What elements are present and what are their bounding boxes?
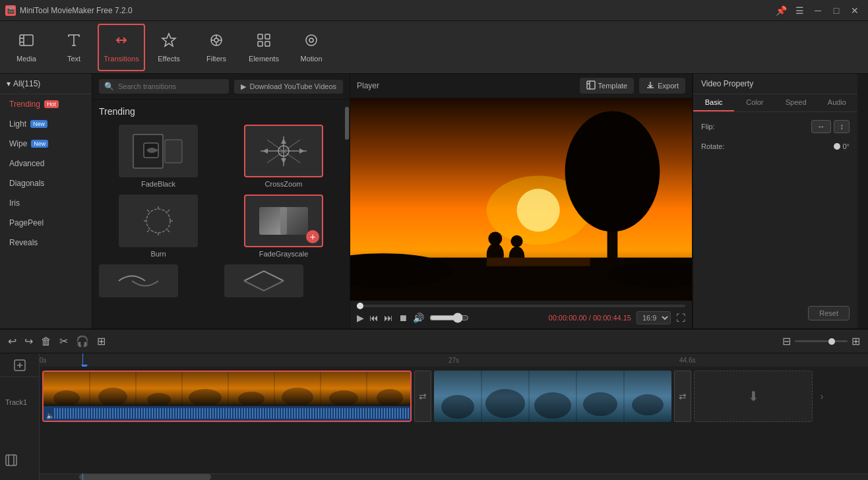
toolbar-filters[interactable]: Filters [193, 24, 240, 71]
crosszoom-icon [257, 133, 310, 169]
toolbar-transitions[interactable]: Transitions [98, 24, 145, 71]
play-button[interactable]: ▶ [357, 313, 364, 323]
transition-burn[interactable]: Burn [99, 195, 218, 258]
volume-button[interactable]: 🔊 [413, 313, 424, 323]
timeline-scrollbar[interactable] [40, 473, 868, 480]
left-panel: ▾ All(115) Trending Hot Light New Wipe N… [0, 74, 92, 328]
reset-button[interactable]: Reset [808, 306, 850, 320]
video-preview [350, 98, 692, 301]
svg-marker-23 [281, 158, 286, 164]
zoom-track[interactable] [795, 340, 848, 342]
cut-button[interactable]: ✂ [59, 335, 68, 347]
fadeblack-icon [132, 133, 185, 169]
right-arrow: › [815, 391, 828, 402]
crosszoom-thumb[interactable] [244, 125, 323, 177]
delete-button[interactable]: 🗑 [41, 336, 51, 347]
crop-button[interactable]: ⊞ [97, 335, 106, 347]
pin-button[interactable]: 📌 [773, 3, 789, 18]
tab-color[interactable]: Color [734, 94, 775, 111]
search-input[interactable] [118, 82, 224, 90]
toolbar-effects[interactable]: Effects [145, 24, 193, 71]
template-button[interactable]: Template [580, 78, 635, 94]
export-button[interactable]: Export [639, 78, 685, 94]
sidebar-item-wipe[interactable]: Wipe New [0, 134, 92, 154]
video-clip-2[interactable] [434, 371, 671, 422]
toolbar-text[interactable]: Text [50, 24, 98, 71]
tab-audio[interactable]: Audio [817, 94, 857, 111]
flip-vertical-button[interactable]: ↕ [834, 120, 850, 133]
volume-slider[interactable] [429, 313, 469, 323]
toolbar-elements[interactable]: Elements [240, 24, 288, 71]
sidebar-item-trending[interactable]: Trending Hot [0, 94, 92, 114]
burn-thumb[interactable] [119, 195, 198, 247]
plus-button[interactable]: + [306, 230, 319, 243]
zoom-out-button[interactable]: ⊟ [782, 335, 791, 347]
section-title: Trending [99, 106, 343, 117]
transitions-bottom-row [99, 264, 343, 297]
video-clip-1[interactable]: 🔈 [42, 371, 412, 422]
sidebar-item-advanced[interactable]: Advanced [0, 154, 92, 173]
sidebar-item-reveals[interactable]: Reveals [0, 233, 92, 253]
svg-point-83 [485, 389, 525, 418]
export-label: Export [658, 82, 679, 90]
download-button[interactable]: ▶ Download YouTube Videos [234, 80, 344, 94]
transition-1[interactable]: ⇄ [414, 371, 431, 422]
sidebar-item-pagepeel[interactable]: PagePeel [0, 213, 92, 233]
progress-thumb[interactable] [357, 303, 363, 309]
vertical-scrollbar[interactable] [344, 100, 350, 328]
burn-label: Burn [150, 250, 166, 258]
maximize-button[interactable]: □ [828, 3, 844, 18]
minimize-button[interactable]: ─ [810, 3, 826, 18]
transition-crosszoom[interactable]: CrossZoom [224, 125, 343, 188]
transition-partial-1[interactable] [99, 264, 178, 297]
motion-icon [303, 32, 319, 52]
sidebar-item-iris[interactable]: Iris [0, 193, 92, 213]
menu-button[interactable]: ☰ [791, 3, 807, 18]
audio-button[interactable]: 🎧 [76, 335, 89, 347]
audio-wave [54, 408, 410, 419]
svg-rect-9 [265, 34, 270, 39]
track1-label: Track1 [0, 377, 39, 427]
fadeblack-thumb[interactable] [119, 125, 198, 177]
flip-horizontal-button[interactable]: ↔ [811, 120, 831, 133]
transition-fadegrayscale[interactable]: + FadeGrayscale [224, 195, 343, 258]
tab-speed[interactable]: Speed [776, 94, 817, 111]
search-box[interactable]: 🔍 [99, 79, 229, 94]
fadegrayscale-thumb[interactable]: + [244, 195, 323, 247]
tab-basic[interactable]: Basic [693, 94, 734, 111]
current-time: 00:00:00.00 [549, 314, 587, 322]
transition-fadeblack[interactable]: FadeBlack [99, 125, 218, 188]
player-buttons: Template Export [580, 78, 685, 94]
fullscreen-button[interactable]: ⛶ [676, 313, 685, 323]
svg-rect-11 [265, 42, 270, 46]
sidebar-item-diagonals[interactable]: Diagonals [0, 173, 92, 193]
sidebar-item-light[interactable]: Light New [0, 114, 92, 134]
aspect-ratio-select[interactable]: 16:9 4:3 1:1 [636, 311, 671, 324]
pagepeel-label: PagePeel [9, 218, 44, 227]
add-media-button[interactable] [0, 353, 39, 377]
svg-line-33 [168, 210, 170, 212]
youtube-icon: ▶ [241, 82, 246, 91]
svg-point-26 [146, 209, 170, 233]
transition-partial-2[interactable] [224, 264, 303, 297]
video-clip-3[interactable]: ⬇ [694, 371, 813, 422]
toolbar-filters-label: Filters [206, 55, 226, 63]
media-icon [18, 32, 34, 52]
undo-button[interactable]: ↩ [8, 335, 16, 347]
toolbar-motion[interactable]: Motion [288, 24, 335, 71]
transition-2[interactable]: ⇄ [674, 371, 691, 422]
all-label[interactable]: ▾ All(115) [0, 74, 92, 94]
download-label: Download YouTube Videos [250, 82, 337, 90]
prev-frame-button[interactable]: ⏮ [369, 313, 379, 323]
zoom-in-button[interactable]: ⊞ [852, 335, 860, 347]
diagonals-label: Diagonals [9, 179, 44, 188]
stop-button[interactable]: ⏹ [398, 313, 408, 323]
redo-button[interactable]: ↪ [24, 335, 33, 347]
advanced-label: Advanced [9, 159, 44, 168]
elements-icon [256, 32, 272, 52]
toolbar-media[interactable]: Media [3, 24, 50, 71]
ruler-mark-44: 44.6s [679, 357, 695, 364]
progress-bar[interactable] [357, 305, 685, 307]
close-button[interactable]: ✕ [847, 3, 863, 18]
next-frame-button[interactable]: ⏭ [384, 313, 393, 323]
